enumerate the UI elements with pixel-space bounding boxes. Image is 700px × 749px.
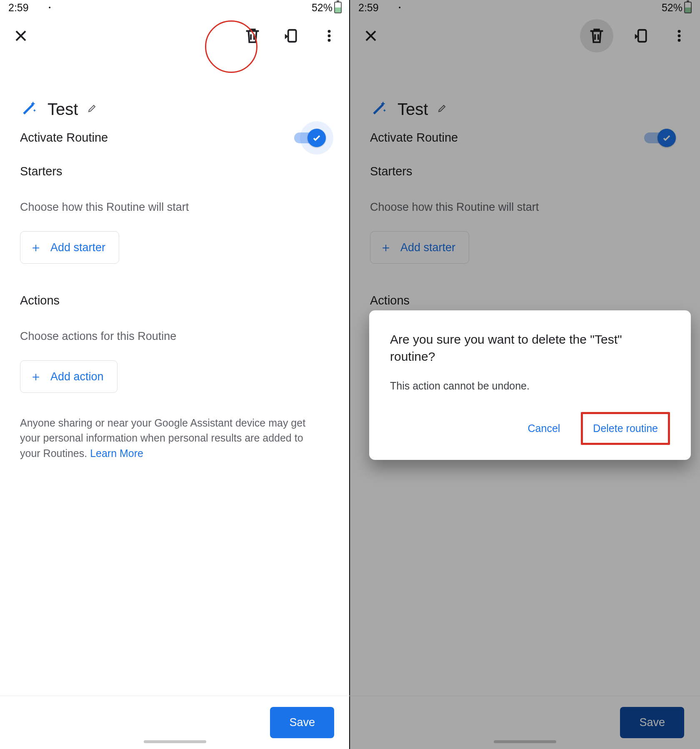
shortcut-button[interactable] bbox=[280, 25, 302, 47]
learn-more-link[interactable]: Learn More bbox=[90, 447, 143, 459]
add-starter-label: Add starter bbox=[50, 241, 105, 254]
phone-left: 2:59 • bbox=[0, 0, 350, 749]
battery-icon bbox=[334, 2, 342, 13]
phone-right: 2:59 • bbox=[350, 0, 700, 749]
dialog-cancel-button[interactable]: Cancel bbox=[519, 417, 570, 440]
overflow-menu-button[interactable] bbox=[318, 25, 340, 47]
delete-button[interactable] bbox=[242, 25, 263, 47]
routine-title: Test bbox=[48, 100, 78, 119]
add-action-label: Add action bbox=[50, 370, 104, 383]
dialog-body: This action cannot be undone. bbox=[390, 380, 670, 392]
actions-subtext: Choose actions for this Routine bbox=[20, 330, 330, 343]
close-button[interactable] bbox=[10, 25, 32, 47]
svg-point-7 bbox=[328, 30, 331, 33]
save-button[interactable]: Save bbox=[270, 707, 334, 738]
dot-icon: • bbox=[49, 4, 51, 11]
status-time: 2:59 bbox=[8, 2, 29, 14]
nav-pill[interactable] bbox=[144, 740, 206, 743]
activate-toggle[interactable] bbox=[294, 132, 322, 143]
starters-heading: Starters bbox=[20, 165, 330, 178]
battery-pct: 52% bbox=[312, 2, 332, 14]
starters-subtext: Choose how this Routine will start bbox=[20, 201, 330, 214]
dialog-delete-button[interactable]: Delete routine bbox=[593, 422, 658, 434]
activate-label: Activate Routine bbox=[20, 131, 108, 145]
delete-dialog: Are you sure you want to delete the "Tes… bbox=[369, 310, 691, 460]
add-action-button[interactable]: ＋ Add action bbox=[20, 360, 118, 393]
edit-title-button[interactable] bbox=[87, 103, 97, 115]
toolbar bbox=[0, 15, 350, 57]
highlight-box: Delete routine bbox=[581, 412, 670, 445]
content-area: Test Activate Routine Starters Choose ho… bbox=[0, 57, 350, 461]
svg-point-8 bbox=[328, 35, 331, 37]
wand-icon bbox=[20, 99, 38, 119]
svg-point-9 bbox=[328, 39, 331, 42]
plus-icon: ＋ bbox=[30, 239, 42, 256]
plus-icon: ＋ bbox=[30, 368, 42, 385]
actions-heading: Actions bbox=[20, 294, 330, 307]
status-bar: 2:59 • bbox=[0, 0, 350, 15]
add-starter-button[interactable]: ＋ Add starter bbox=[20, 231, 119, 264]
disclaimer-text: Anyone sharing or near your Google Assis… bbox=[20, 415, 324, 461]
dialog-title: Are you sure you want to delete the "Tes… bbox=[390, 331, 670, 365]
svg-rect-6 bbox=[288, 30, 296, 42]
